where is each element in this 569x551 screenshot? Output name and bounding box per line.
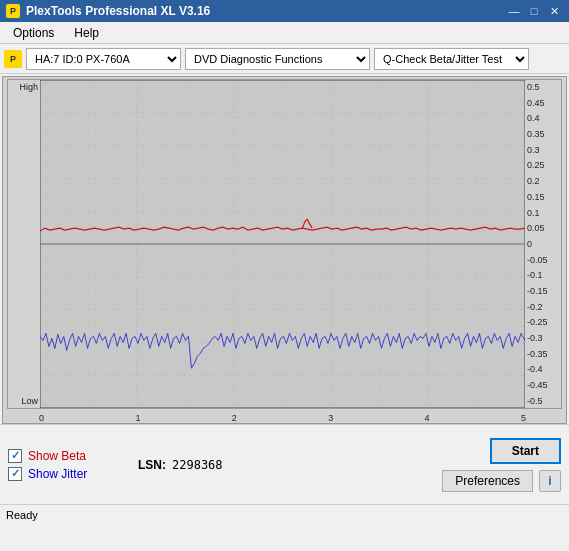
start-button[interactable]: Start bbox=[490, 438, 561, 464]
checkboxes-column: ✓ Show Beta ✓ Show Jitter bbox=[8, 449, 118, 481]
show-jitter-label: Show Jitter bbox=[28, 467, 87, 481]
info-button[interactable]: i bbox=[539, 470, 561, 492]
y-right-label-5: 0.25 bbox=[527, 160, 559, 170]
y-right-label-16: -0.3 bbox=[527, 333, 559, 343]
function-select[interactable]: DVD Diagnostic Functions bbox=[185, 48, 370, 70]
lsn-area: LSN: 2298368 bbox=[138, 458, 223, 472]
chart-inner bbox=[40, 80, 525, 408]
menu-help[interactable]: Help bbox=[65, 23, 108, 43]
x-label-5: 5 bbox=[521, 413, 526, 423]
x-label-0: 0 bbox=[39, 413, 44, 423]
x-label-4: 4 bbox=[425, 413, 430, 423]
show-jitter-row: ✓ Show Jitter bbox=[8, 467, 118, 481]
drive-icon: P bbox=[4, 50, 22, 68]
maximize-button[interactable]: □ bbox=[525, 3, 543, 19]
show-beta-checkbox[interactable]: ✓ bbox=[8, 449, 22, 463]
status-text: Ready bbox=[6, 509, 38, 521]
y-right-label-0: 0.5 bbox=[527, 82, 559, 92]
y-right-label-17: -0.35 bbox=[527, 349, 559, 359]
menu-bar: Options Help bbox=[0, 22, 569, 44]
title-bar-controls: — □ ✕ bbox=[505, 3, 563, 19]
chart-svg bbox=[40, 80, 525, 408]
window-title: PlexTools Professional XL V3.16 bbox=[26, 4, 210, 18]
y-right-label-2: 0.4 bbox=[527, 113, 559, 123]
test-select[interactable]: Q-Check Beta/Jitter Test bbox=[374, 48, 529, 70]
y-right-label-3: 0.35 bbox=[527, 129, 559, 139]
minimize-button[interactable]: — bbox=[505, 3, 523, 19]
x-label-1: 1 bbox=[135, 413, 140, 423]
y-right-label-10: 0 bbox=[527, 239, 559, 249]
status-bar: Ready bbox=[0, 504, 569, 524]
chart-container: High Low bbox=[7, 79, 562, 409]
preferences-button[interactable]: Preferences bbox=[442, 470, 533, 492]
y-right-label-7: 0.15 bbox=[527, 192, 559, 202]
y-right-label-1: 0.45 bbox=[527, 98, 559, 108]
y-right-label-9: 0.05 bbox=[527, 223, 559, 233]
y-right-label-13: -0.15 bbox=[527, 286, 559, 296]
x-axis: 0 1 2 3 4 5 bbox=[3, 411, 566, 423]
y-right-label-11: -0.05 bbox=[527, 255, 559, 265]
y-right-label-8: 0.1 bbox=[527, 208, 559, 218]
show-jitter-checkbox[interactable]: ✓ bbox=[8, 467, 22, 481]
y-axis-low-label: Low bbox=[10, 396, 38, 408]
show-beta-label: Show Beta bbox=[28, 449, 86, 463]
show-beta-row: ✓ Show Beta bbox=[8, 449, 118, 463]
chart-wrapper: High Low bbox=[2, 76, 567, 424]
beta-checkmark: ✓ bbox=[11, 449, 20, 462]
lsn-value: 2298368 bbox=[172, 458, 223, 472]
lsn-label: LSN: bbox=[138, 458, 166, 472]
menu-options[interactable]: Options bbox=[4, 23, 63, 43]
y-right-label-4: 0.3 bbox=[527, 145, 559, 155]
x-label-2: 2 bbox=[232, 413, 237, 423]
y-axis-right: 0.5 0.45 0.4 0.35 0.3 0.25 0.2 0.15 0.1 … bbox=[525, 80, 561, 408]
bottom-panel: ✓ Show Beta ✓ Show Jitter LSN: 2298368 S… bbox=[0, 424, 569, 504]
y-right-label-12: -0.1 bbox=[527, 270, 559, 280]
y-right-label-20: -0.5 bbox=[527, 396, 559, 406]
title-bar: P PlexTools Professional XL V3.16 — □ ✕ bbox=[0, 0, 569, 22]
y-axis-left: High Low bbox=[8, 80, 40, 408]
jitter-checkmark: ✓ bbox=[11, 467, 20, 480]
close-button[interactable]: ✕ bbox=[545, 3, 563, 19]
y-right-label-14: -0.2 bbox=[527, 302, 559, 312]
right-buttons: Start Preferences i bbox=[442, 438, 561, 492]
y-axis-high-label: High bbox=[10, 80, 38, 92]
x-label-3: 3 bbox=[328, 413, 333, 423]
toolbar: P HA:7 ID:0 PX-760A DVD Diagnostic Funct… bbox=[0, 44, 569, 74]
y-right-label-15: -0.25 bbox=[527, 317, 559, 327]
app-icon: P bbox=[6, 4, 20, 18]
y-right-label-18: -0.4 bbox=[527, 364, 559, 374]
title-bar-left: P PlexTools Professional XL V3.16 bbox=[6, 4, 210, 18]
btn-row: Preferences i bbox=[442, 470, 561, 492]
y-right-label-19: -0.45 bbox=[527, 380, 559, 390]
y-right-label-6: 0.2 bbox=[527, 176, 559, 186]
drive-select[interactable]: HA:7 ID:0 PX-760A bbox=[26, 48, 181, 70]
